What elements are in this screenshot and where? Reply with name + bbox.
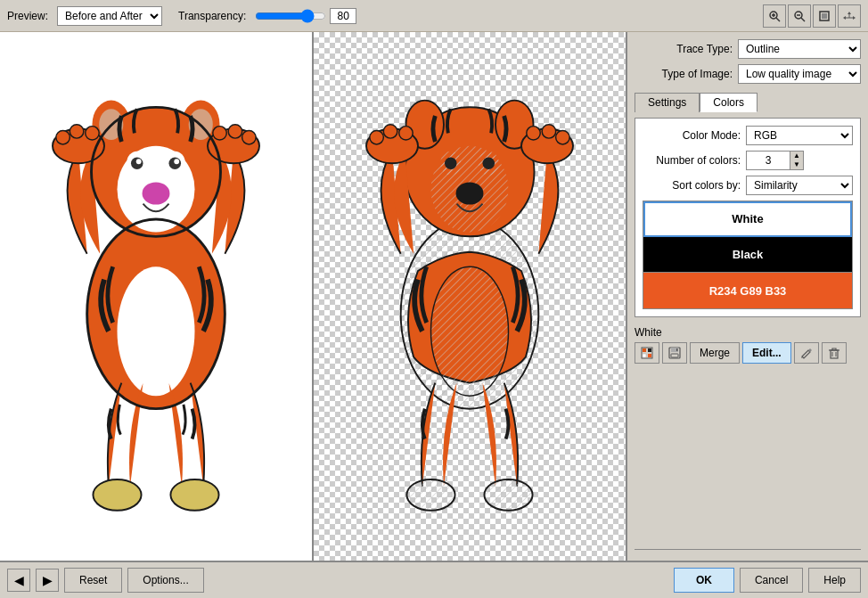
pan-button[interactable] (838, 4, 861, 28)
zoom-in-button[interactable] (763, 4, 786, 28)
svg-point-56 (484, 479, 532, 510)
palette-button[interactable] (635, 342, 659, 364)
svg-line-5 (801, 18, 805, 21)
svg-point-49 (370, 130, 383, 143)
tabs-container: Settings Colors (635, 93, 861, 112)
save-icon (668, 347, 681, 359)
selected-color-name: White (635, 326, 861, 339)
svg-point-28 (86, 126, 99, 139)
delete-button[interactable] (822, 342, 847, 364)
svg-point-42 (445, 157, 457, 169)
edit-button[interactable]: Edit... (742, 342, 791, 364)
sort-colors-row: Sort colors by: Similarity Frequency Hue (643, 176, 853, 195)
svg-point-19 (143, 182, 170, 204)
svg-point-31 (213, 126, 226, 139)
svg-point-26 (56, 130, 70, 143)
traced-tiger (345, 38, 594, 555)
bottom-left: ◀ ▶ Reset Options... (7, 568, 204, 593)
svg-point-18 (174, 159, 179, 164)
transparency-label: Transparency: (178, 10, 246, 22)
svg-point-30 (228, 124, 242, 137)
svg-rect-67 (671, 354, 678, 357)
svg-point-44 (456, 182, 484, 204)
zoom-out-button[interactable] (788, 4, 811, 28)
preview-label: Preview: (7, 10, 48, 22)
slider-container (255, 8, 356, 24)
sort-colors-select[interactable]: Similarity Frequency Hue (746, 176, 853, 195)
color-item-white[interactable]: White (643, 201, 852, 237)
num-colors-spinbox: ▲ ▼ (746, 151, 804, 170)
traced-panel (312, 32, 626, 561)
right-panel: Trace Type: Outline Centerline Type of I… (627, 32, 868, 561)
spinbox-arrows: ▲ ▼ (790, 151, 804, 170)
svg-rect-62 (648, 348, 651, 352)
svg-point-55 (406, 479, 454, 510)
svg-point-43 (483, 157, 495, 169)
svg-point-10 (118, 266, 195, 396)
svg-rect-69 (831, 350, 838, 358)
tab-settings[interactable]: Settings (635, 93, 700, 112)
svg-point-50 (383, 124, 397, 137)
cancel-button[interactable]: Cancel (740, 568, 803, 593)
svg-point-33 (170, 479, 218, 510)
type-of-image-label: Type of Image: (635, 68, 733, 80)
main-content: Trace Type: Outline Centerline Type of I… (0, 32, 868, 561)
svg-rect-8 (822, 13, 827, 19)
svg-point-27 (70, 124, 83, 137)
pen-button[interactable] (794, 342, 819, 364)
zoom-buttons (763, 4, 861, 28)
color-list: White Black R234 G89 B33 (643, 201, 853, 309)
trace-type-select[interactable]: Outline Centerline (738, 39, 861, 59)
right-panel-spacer (635, 369, 861, 540)
svg-point-29 (242, 130, 256, 143)
svg-rect-68 (676, 348, 678, 351)
svg-point-54 (527, 126, 540, 139)
svg-rect-61 (643, 348, 646, 352)
svg-line-1 (776, 18, 780, 21)
color-mode-label: Color Mode: (643, 129, 741, 142)
trace-type-label: Trace Type: (635, 43, 733, 55)
num-colors-input[interactable] (746, 151, 790, 170)
reset-button[interactable]: Reset (64, 568, 122, 593)
original-panel (0, 32, 312, 561)
svg-point-53 (542, 124, 555, 137)
top-bar: Preview: Before and After Before After T… (0, 0, 868, 32)
num-colors-row: Number of colors: ▲ ▼ (643, 151, 853, 170)
zoom-fit-icon (818, 10, 831, 22)
preview-select[interactable]: Before and After Before After (57, 6, 162, 26)
svg-point-51 (399, 126, 413, 139)
zoom-out-icon (793, 10, 806, 22)
tab-colors[interactable]: Colors (700, 93, 757, 112)
bottom-bar: ◀ ▶ Reset Options... OK Cancel Help (0, 561, 868, 598)
transparency-slider[interactable] (255, 9, 326, 23)
help-button[interactable]: Help (808, 568, 861, 593)
save-swatch-button[interactable] (662, 342, 687, 364)
spin-down-button[interactable]: ▼ (790, 160, 803, 169)
sort-colors-label: Sort colors by: (643, 179, 741, 192)
options-button[interactable]: Options... (127, 568, 203, 593)
trace-type-row: Trace Type: Outline Centerline (635, 39, 861, 59)
color-info: White (635, 326, 861, 364)
original-tiger (31, 38, 281, 555)
pen-icon (800, 347, 813, 359)
trash-icon (828, 347, 840, 359)
merge-button[interactable]: Merge (690, 342, 740, 364)
svg-rect-64 (648, 354, 651, 357)
svg-point-32 (93, 479, 141, 510)
zoom-fit-button[interactable] (813, 4, 836, 28)
spin-up-button[interactable]: ▲ (790, 152, 803, 160)
color-item-black[interactable]: Black (643, 237, 852, 273)
svg-point-17 (136, 159, 142, 164)
forward-button[interactable]: ▶ (36, 569, 59, 592)
type-of-image-select[interactable]: Low quality image High quality image (738, 64, 861, 84)
svg-point-52 (556, 130, 569, 143)
color-actions: Merge Edit... (635, 342, 861, 364)
color-mode-select[interactable]: RGB CMYK Grayscale (746, 126, 853, 145)
color-mode-row: Color Mode: RGB CMYK Grayscale (643, 126, 853, 145)
color-item-orange[interactable]: R234 G89 B33 (643, 273, 852, 308)
ok-button[interactable]: OK (674, 568, 734, 593)
zoom-in-icon (768, 10, 781, 22)
num-colors-label: Number of colors: (643, 154, 741, 167)
back-button[interactable]: ◀ (7, 569, 30, 592)
transparency-value[interactable] (330, 8, 356, 24)
